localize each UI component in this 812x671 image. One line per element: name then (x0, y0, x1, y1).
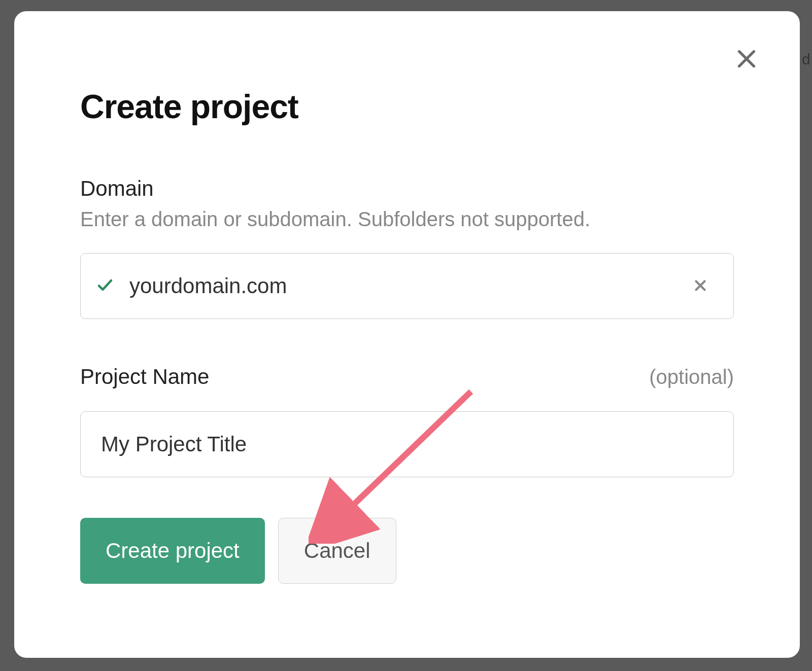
project-name-field-block: Project Name (optional) (80, 365, 734, 477)
clear-domain-button[interactable] (688, 273, 713, 300)
project-name-label: Project Name (80, 365, 209, 389)
domain-help: Enter a domain or subdomain. Subfolders … (80, 208, 734, 231)
clear-icon (692, 277, 709, 296)
create-project-button[interactable]: Create project (80, 518, 265, 584)
create-project-modal: Create project Domain Enter a domain or … (14, 11, 800, 658)
background-content: d (802, 51, 810, 68)
cancel-button[interactable]: Cancel (278, 518, 396, 584)
close-button[interactable] (729, 42, 764, 77)
project-name-input[interactable] (101, 412, 713, 477)
domain-label: Domain (80, 176, 734, 201)
close-icon (734, 46, 759, 73)
optional-label: (optional) (649, 366, 734, 389)
domain-input[interactable] (129, 254, 688, 319)
button-row: Create project Cancel (80, 518, 734, 584)
project-name-input-wrapper (80, 411, 734, 477)
domain-field-block: Domain Enter a domain or subdomain. Subf… (80, 176, 734, 319)
domain-input-wrapper (80, 253, 734, 319)
modal-title: Create project (80, 87, 734, 126)
checkmark-icon (96, 276, 114, 296)
